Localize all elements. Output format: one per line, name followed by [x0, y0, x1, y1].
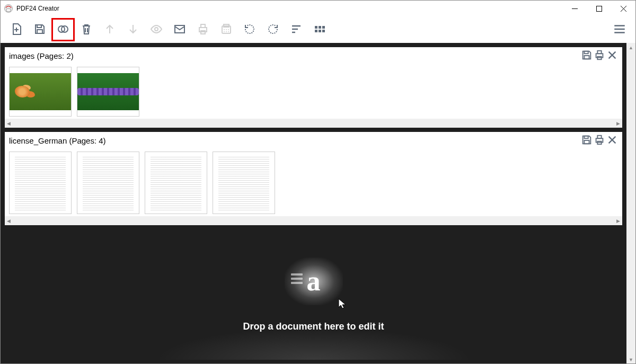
svg-rect-27 [584, 56, 589, 59]
svg-point-19 [228, 31, 229, 32]
thumbnail-row [5, 147, 622, 216]
svg-point-15 [226, 29, 227, 30]
svg-rect-2 [596, 6, 602, 11]
save-button[interactable] [28, 18, 51, 41]
fax-icon [220, 23, 233, 37]
minimize-button[interactable] [562, 1, 587, 16]
svg-rect-22 [322, 26, 325, 29]
preview-icon [150, 23, 163, 37]
grid-icon [313, 23, 326, 37]
doc-save-button[interactable] [581, 134, 593, 147]
rotate-right-icon [267, 23, 279, 37]
arrow-down-icon [127, 23, 139, 37]
svg-rect-21 [319, 26, 321, 29]
window-controls [562, 1, 635, 16]
svg-rect-10 [201, 24, 205, 28]
save-icon [581, 55, 593, 63]
arrow-up-button [98, 18, 121, 41]
close-button[interactable] [611, 1, 635, 16]
thumbnail-row [5, 63, 622, 119]
new-button[interactable] [5, 18, 28, 41]
new-icon [10, 23, 23, 37]
svg-rect-25 [322, 30, 325, 32]
preview-button [145, 18, 168, 41]
doc-save-button[interactable] [581, 49, 593, 63]
svg-rect-20 [315, 26, 317, 29]
svg-rect-34 [597, 136, 601, 139]
svg-rect-29 [597, 51, 601, 54]
sort-icon [290, 23, 303, 37]
save-icon [581, 139, 593, 147]
svg-rect-26 [584, 51, 588, 54]
menu-button[interactable] [608, 18, 631, 41]
cursor-icon [338, 298, 347, 309]
print-icon [594, 55, 605, 63]
main-toolbar [1, 16, 635, 43]
workspace: images (Pages: 2) ◀▶ license_German (Pag… [1, 43, 635, 364]
svg-point-16 [228, 29, 229, 30]
page-thumbnail[interactable] [145, 152, 207, 214]
delete-icon [80, 23, 93, 37]
drop-glow-icon: a [285, 258, 343, 305]
arrow-down-button [121, 18, 145, 41]
page-thumbnail[interactable] [213, 152, 275, 214]
mail-button[interactable] [168, 18, 191, 41]
page-thumbnail[interactable] [9, 67, 72, 117]
delete-button[interactable] [75, 18, 98, 41]
horizontal-scrollbar[interactable]: ◀▶ [5, 216, 622, 225]
fax-button [215, 18, 238, 41]
close-icon [606, 139, 618, 147]
print-icon [197, 23, 209, 37]
rotate-left-icon [243, 23, 256, 37]
grid-button[interactable] [308, 18, 331, 41]
svg-rect-31 [584, 136, 588, 139]
titlebar: PDF24 Creator [1, 1, 635, 16]
svg-rect-3 [37, 25, 41, 28]
document-panel: license_German (Pages: 4) ◀▶ [5, 132, 622, 225]
document-title: images (Pages: 2) [9, 51, 581, 60]
hamburger-icon [613, 22, 626, 38]
doc-print-button[interactable] [594, 134, 605, 147]
document-panel: images (Pages: 2) ◀▶ [5, 47, 622, 128]
svg-rect-24 [319, 30, 321, 32]
page-thumbnail[interactable] [9, 152, 72, 214]
save-icon [33, 23, 46, 37]
svg-rect-23 [315, 30, 317, 32]
horizontal-scrollbar[interactable]: ◀▶ [5, 119, 622, 128]
svg-rect-1 [6, 9, 11, 12]
doc-close-button[interactable] [606, 134, 618, 147]
sort-button[interactable] [285, 18, 308, 41]
maximize-button[interactable] [587, 1, 611, 16]
rotate-left-button[interactable] [238, 18, 261, 41]
app-title: PDF24 Creator [16, 5, 562, 12]
svg-point-14 [224, 29, 225, 30]
svg-point-17 [224, 31, 225, 32]
mail-icon [173, 23, 186, 37]
rotate-right-button[interactable] [261, 18, 285, 41]
svg-point-18 [226, 31, 227, 32]
page-thumbnail[interactable] [77, 152, 139, 214]
svg-rect-4 [37, 30, 42, 33]
close-icon [606, 55, 618, 63]
svg-point-7 [155, 28, 158, 31]
document-title: license_German (Pages: 4) [9, 136, 581, 145]
drop-char: a [307, 268, 321, 295]
svg-rect-32 [584, 140, 589, 144]
merge-button[interactable] [51, 18, 75, 41]
app-logo-icon [4, 4, 13, 13]
print-icon [594, 139, 605, 147]
doc-close-button[interactable] [606, 49, 618, 63]
arrow-up-icon [103, 23, 116, 37]
merge-icon [57, 23, 69, 37]
doc-print-button[interactable] [594, 49, 605, 63]
vertical-scrollbar[interactable]: ▲ ▼ [626, 43, 635, 364]
print-button [191, 18, 215, 41]
page-thumbnail[interactable] [77, 67, 139, 117]
glow-decoration [155, 328, 473, 360]
drop-zone[interactable]: a Drop a document here to edit it [5, 229, 622, 360]
